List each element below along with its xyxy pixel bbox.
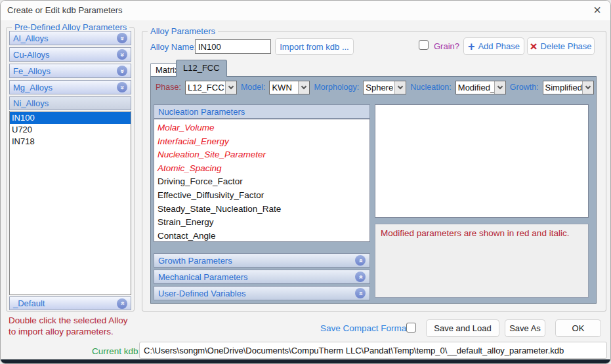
accordion-label: Ni_Alloys <box>13 98 49 108</box>
accordion-cu-alloys[interactable]: Cu-Alloys » <box>9 47 131 62</box>
window-bottom-edge <box>1 359 610 363</box>
grain-label: Grain? <box>434 41 459 51</box>
param-item[interactable]: Effective_Diffusivity_Factor <box>158 189 369 203</box>
modified-note-box: Modified parameters are shown in red and… <box>375 224 589 298</box>
save-as-button[interactable]: Save As <box>505 319 545 337</box>
dialog-create-edit-kdb: Create or Edit kdb Parameters × Pre-Defi… <box>0 0 611 364</box>
close-icon[interactable]: × <box>589 2 606 19</box>
chevron-down-icon[interactable] <box>494 81 505 94</box>
accordion-default[interactable]: _Default » <box>9 296 131 310</box>
modified-note-text: Modified parameters are shown in red and… <box>381 228 569 238</box>
nucleation-params-header: Nucleation Parameters <box>154 104 370 119</box>
import-hint-text: Double click the selected Alloy to impor… <box>9 315 137 337</box>
x-icon: × <box>530 40 537 52</box>
morphology-select[interactable]: Sphere <box>363 81 406 94</box>
accordion-label: Cu-Alloys <box>13 50 50 60</box>
chevron-up-icon[interactable]: » <box>355 255 366 266</box>
param-item[interactable]: Nucleation_Site_Parameter <box>158 148 369 162</box>
dialog-title: Create or Edit kdb Parameters <box>7 1 123 20</box>
accordion-label: Mechanical Parameters <box>158 272 248 282</box>
accordion-mechanical-parameters[interactable]: Mechanical Parameters » <box>154 270 370 284</box>
accordion-al-alloys[interactable]: Al_Alloys » <box>9 31 131 45</box>
save-compact-format-checkbox[interactable] <box>406 323 416 333</box>
accordion-fe-alloys[interactable]: Fe_Alloys » <box>9 64 131 78</box>
accordion-user-defined-variables[interactable]: User-Defined Variables » <box>154 286 370 300</box>
chevron-down-icon[interactable] <box>582 81 593 94</box>
ok-button[interactable]: OK <box>555 319 601 337</box>
param-item[interactable]: Driving_Force_Factor <box>158 175 369 189</box>
alloy-name-input[interactable]: IN100 <box>195 39 271 54</box>
param-item[interactable]: Molar_Volume <box>158 121 369 135</box>
nucleation-select[interactable]: Modified_ <box>455 81 506 94</box>
param-item[interactable]: Strain_Energy <box>158 216 369 230</box>
parameter-value-box <box>375 104 589 218</box>
chevron-up-icon[interactable]: » <box>117 298 127 309</box>
model-select[interactable]: KWN <box>269 81 310 94</box>
nucleation-params-list: Molar_Volume Interfacial_Energy Nucleati… <box>154 119 370 242</box>
list-item-alloy[interactable]: IN718 <box>10 136 131 148</box>
delete-phase-label: Delete Phase <box>541 41 592 51</box>
save-and-load-button[interactable]: Save and Load <box>426 319 499 337</box>
chevron-down-icon[interactable]: » <box>117 82 127 92</box>
chevron-down-icon[interactable] <box>394 81 406 94</box>
title-bar: Create or Edit kdb Parameters × <box>1 1 610 20</box>
accordion-label: _Default <box>13 298 45 308</box>
current-kdb-path-field[interactable]: C:\Users\songm\OneDrive\Documents\CompuT… <box>139 342 607 359</box>
phase-label: Phase: <box>156 83 181 92</box>
accordion-label: Mg_Alloys <box>13 83 53 92</box>
morphology-label: Morphology: <box>314 83 359 92</box>
add-phase-label: Add Phase <box>478 41 520 51</box>
phase-select[interactable]: L12_FCC <box>185 81 237 94</box>
grain-checkbox[interactable] <box>419 40 429 50</box>
alloy-name-label: Alloy Name: <box>150 42 196 52</box>
accordion-growth-parameters[interactable]: Growth Parameters » <box>154 253 370 268</box>
chevron-up-icon[interactable]: » <box>355 288 366 298</box>
nucleation-label: Nucleation: <box>410 83 452 92</box>
list-item-alloy[interactable]: U720 <box>10 124 131 136</box>
chevron-down-icon[interactable] <box>298 81 309 94</box>
param-item[interactable]: Steady_State_Nucleation_Rate <box>158 203 369 216</box>
list-item-alloy[interactable]: IN100 <box>10 112 131 124</box>
accordion-label: Growth Parameters <box>158 256 232 266</box>
chevron-up-icon[interactable]: » <box>355 272 366 282</box>
chevron-down-icon[interactable]: » <box>117 33 127 43</box>
add-phase-button[interactable]: + Add Phase <box>463 37 524 55</box>
accordion-label: Al_Alloys <box>13 33 48 43</box>
chevron-down-icon[interactable] <box>225 81 236 94</box>
accordion-ni-alloys[interactable]: Ni_Alloys <box>9 96 131 110</box>
accordion-label: Fe_Alloys <box>13 66 51 76</box>
tab-l12-fcc[interactable]: L12_FCC <box>176 60 227 77</box>
accordion-mg-alloys[interactable]: Mg_Alloys » <box>9 80 131 94</box>
alloy-listbox: IN100 U720 IN718 <box>9 111 131 295</box>
delete-phase-button[interactable]: × Delete Phase <box>527 37 595 55</box>
current-kdb-label: Current kdb: <box>92 346 140 356</box>
model-label: Model: <box>241 83 266 92</box>
param-item[interactable]: Atomic_Spacing <box>158 162 369 176</box>
alloy-params-groupbox-title: Alloy Parameters <box>148 26 218 36</box>
import-from-kdb-button[interactable]: Import from kdb ... <box>275 38 354 55</box>
param-item[interactable]: Interfacial_Energy <box>158 135 369 149</box>
plus-icon: + <box>468 41 475 52</box>
param-item[interactable]: Contact_Angle <box>158 230 369 242</box>
accordion-label: User-Defined Variables <box>158 289 245 298</box>
growth-select[interactable]: Simplified <box>543 81 594 94</box>
growth-label: Growth: <box>510 83 539 92</box>
chevron-down-icon[interactable]: » <box>117 49 127 60</box>
phase-selector-row: Phase: L12_FCC Model: KWN Morphology: Sp… <box>156 80 594 94</box>
save-compact-format-label: Save Compact Format <box>320 323 409 333</box>
chevron-down-icon[interactable]: » <box>117 66 127 76</box>
